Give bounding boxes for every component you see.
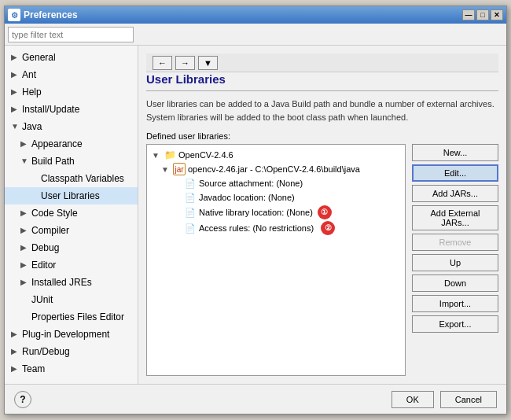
tree-item-access-rules[interactable]: 📄 Access rules: (No restrictions) ② [150, 220, 402, 236]
edit-button[interactable]: Edit... [412, 164, 498, 182]
sidebar-item-team[interactable]: ▶ Team [5, 360, 138, 378]
sidebar-item-label: Installed JREs [31, 275, 92, 289]
main-panel: ← → ▼ User Libraries User libraries can … [138, 46, 506, 384]
sidebar-item-label: Run/Debug [22, 344, 70, 359]
panel-body: ▼ 📁 OpenCV-2.4.6 ▼ jar opencv-2.46.jar -… [146, 144, 498, 376]
sidebar-item-help[interactable]: ▶ Help [5, 83, 138, 101]
expand-arrow: ▼ [20, 154, 28, 168]
import-button[interactable]: Import... [412, 295, 498, 312]
tree-item-source-attachment[interactable]: 📄 Source attachment: (None) [150, 176, 402, 190]
expand-arrow: ▶ [11, 50, 19, 64]
add-jars-button[interactable]: Add JARs... [412, 185, 498, 202]
tree-item-opencv246[interactable]: ▼ 📁 OpenCV-2.4.6 [150, 148, 402, 162]
expand-arrow: ▶ [11, 344, 19, 359]
window-title: Preferences [24, 9, 462, 20]
jar-icon: jar [173, 163, 186, 175]
expand-arrow: ▼ [11, 120, 19, 134]
footer-right: OK Cancel [392, 391, 497, 408]
expand-arrow: ▶ [20, 223, 28, 238]
sidebar-item-java[interactable]: ▼ Java [5, 118, 138, 135]
sidebar-item-debug[interactable]: ▶ Debug [5, 239, 138, 256]
window-controls: — □ ✕ [462, 9, 503, 20]
sidebar-item-classpath-variables[interactable]: Classpath Variables [5, 170, 138, 187]
sidebar-item-appearance[interactable]: ▶ Appearance [5, 135, 138, 153]
sidebar-item-label: Help [22, 85, 42, 99]
add-external-jars-button[interactable]: Add External JARs... [412, 205, 498, 230]
annotation-2: ② [321, 221, 335, 235]
tree-item-javadoc-location[interactable]: 📄 Javadoc location: (None) [150, 190, 402, 204]
sidebar-item-label: JUnit [31, 293, 53, 307]
expand-arrow: ▶ [20, 206, 28, 220]
sidebar-item-junit[interactable]: JUnit [5, 291, 138, 308]
new-button[interactable]: New... [412, 144, 498, 161]
sidebar-item-build-path[interactable]: ▼ Build Path [5, 153, 138, 170]
sidebar-item-label: Debug [31, 241, 59, 255]
tree-item-label: Native library location: (None) [199, 208, 313, 217]
annotation-1: ① [318, 205, 332, 219]
window-icon: ⚙ [8, 9, 20, 21]
file-icon: 📄 [184, 191, 197, 204]
tree-item-label: Source attachment: (None) [199, 179, 303, 188]
sidebar-item-label: Build Path [31, 154, 75, 168]
sidebar-item-label: Plug-in Development [22, 327, 109, 341]
file-icon: 📄 [184, 206, 197, 219]
tree-item-label: Javadoc location: (None) [199, 193, 295, 202]
forward-button[interactable]: → [175, 56, 195, 70]
expand-arrow: ▶ [20, 137, 28, 151]
expand-arrow: ▶ [11, 327, 19, 341]
ok-button[interactable]: OK [392, 391, 434, 408]
expand-arrow: ▶ [20, 258, 28, 272]
tree-item-native-library[interactable]: 📄 Native library location: (None) ① [150, 204, 402, 220]
title-bar: ⚙ Preferences — □ ✕ [5, 6, 506, 24]
filter-input[interactable] [8, 27, 134, 42]
expand-arrow: ▶ [20, 275, 28, 289]
maximize-button[interactable]: □ [476, 9, 489, 20]
sidebar-item-install-update[interactable]: ▶ Install/Update [5, 101, 138, 118]
help-button[interactable]: ? [14, 391, 31, 408]
file-icon: 📄 [184, 177, 197, 190]
sidebar-item-run-debug[interactable]: ▶ Run/Debug [5, 343, 138, 360]
sidebar-item-installed-jres[interactable]: ▶ Installed JREs [5, 274, 138, 291]
action-buttons-panel: New... Edit... Add JARs... Add External … [412, 144, 498, 376]
tree-expand-arrow: ▼ [161, 165, 171, 174]
sidebar-item-label: Team [22, 362, 45, 376]
back-button[interactable]: ← [153, 56, 172, 70]
tree-item-label: OpenCV-2.4.6 [178, 150, 233, 160]
content-area: ▶ General ▶ Ant ▶ Help ▶ Install/Update … [5, 46, 506, 384]
sidebar-item-label: Ant [22, 68, 36, 82]
sidebar-item-label: Compiler [31, 223, 69, 238]
sidebar-item-plugin-development[interactable]: ▶ Plug-in Development [5, 326, 138, 343]
sidebar-item-ant[interactable]: ▶ Ant [5, 66, 138, 83]
sidebar-item-label: Editor [31, 258, 56, 272]
sidebar-item-label: Java [22, 120, 42, 134]
expand-arrow: ▶ [11, 362, 19, 376]
panel-description: User libraries can be added to a Java Bu… [146, 98, 498, 123]
sidebar: ▶ General ▶ Ant ▶ Help ▶ Install/Update … [5, 46, 138, 384]
export-button[interactable]: Export... [412, 315, 498, 333]
minimize-button[interactable]: — [462, 9, 475, 20]
sidebar-item-label: Classpath Variables [41, 171, 124, 186]
sidebar-item-label: Appearance [31, 137, 83, 151]
defined-label: Defined user libraries: [146, 131, 498, 141]
close-button[interactable]: ✕ [491, 9, 503, 20]
remove-button[interactable]: Remove [412, 234, 498, 251]
expand-arrow: ▶ [11, 85, 19, 99]
user-libraries-tree[interactable]: ▼ 📁 OpenCV-2.4.6 ▼ jar opencv-2.46.jar -… [146, 144, 406, 376]
tree-item-opencv-jar[interactable]: ▼ jar opencv-2.46.jar - C:\OpenCV-2.4.6\… [150, 162, 402, 176]
tree-item-label: Access rules: (No restrictions) [199, 223, 314, 233]
sidebar-item-user-libraries[interactable]: User Libraries [5, 187, 138, 204]
footer-left: ? [14, 391, 31, 408]
up-button[interactable]: Up [412, 254, 498, 271]
tree-expand-arrow: ▼ [152, 151, 161, 160]
sidebar-item-label: Properties Files Editor [31, 310, 124, 324]
down-button[interactable]: Down [412, 274, 498, 292]
sidebar-item-general[interactable]: ▶ General [5, 49, 138, 66]
expand-arrow: ▶ [11, 68, 19, 82]
sidebar-item-code-style[interactable]: ▶ Code Style [5, 204, 138, 222]
sidebar-item-editor[interactable]: ▶ Editor [5, 256, 138, 274]
nav-dropdown-button[interactable]: ▼ [198, 56, 218, 70]
cancel-button[interactable]: Cancel [440, 391, 497, 408]
sidebar-item-properties-files-editor[interactable]: Properties Files Editor [5, 308, 138, 326]
preferences-window: ⚙ Preferences — □ ✕ ▶ General ▶ Ant ▶ He… [4, 6, 507, 414]
sidebar-item-compiler[interactable]: ▶ Compiler [5, 222, 138, 239]
